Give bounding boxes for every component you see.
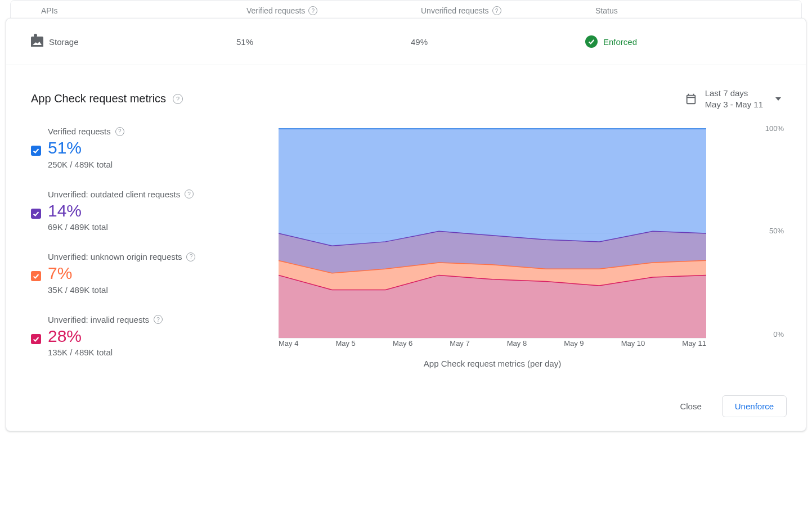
row-verified-pct: 51% xyxy=(236,37,411,47)
section-title: App Check request metrics ? xyxy=(31,92,183,105)
x-tick: May 5 xyxy=(335,339,355,348)
metric-checkbox[interactable] xyxy=(31,209,41,219)
date-range-picker[interactable]: Last 7 days May 3 - May 11 xyxy=(685,88,781,110)
header-status: Status xyxy=(595,6,782,15)
chart-area: 100% 50% 0% May 4May 5May 6May 7May 8May… xyxy=(279,127,781,377)
metric-pct: 14% xyxy=(48,200,256,222)
metric-sub: 69K / 489K total xyxy=(48,222,256,232)
x-tick: May 6 xyxy=(393,339,412,348)
y-tick: 50% xyxy=(769,227,784,235)
metric-checkbox[interactable] xyxy=(31,146,41,156)
x-tick: May 9 xyxy=(564,339,584,348)
metric-item: Unverified: unknown origin requests?7%35… xyxy=(31,252,256,295)
x-axis-labels: May 4May 5May 6May 7May 8May 9May 10May … xyxy=(279,339,706,348)
status-badge: Enforced xyxy=(585,35,787,48)
check-circle-icon xyxy=(585,35,598,48)
card-footer: Close Unenforce xyxy=(6,389,806,431)
metric-pct: 51% xyxy=(48,137,256,159)
chevron-down-icon xyxy=(775,97,781,101)
help-icon[interactable]: ? xyxy=(154,315,163,324)
y-tick: 0% xyxy=(773,330,784,339)
unenforce-button[interactable]: Unenforce xyxy=(722,395,787,417)
metric-sub: 250K / 489K total xyxy=(48,160,256,169)
metric-item: Unverified: invalid requests?28%135K / 4… xyxy=(31,315,256,358)
table-row[interactable]: Storage 51% 49% Enforced xyxy=(6,19,806,65)
metric-label: Verified requests? xyxy=(48,127,256,136)
metric-checkbox[interactable] xyxy=(31,334,41,344)
close-button[interactable]: Close xyxy=(673,396,708,417)
metric-label: Unverified: outdated client requests? xyxy=(48,189,256,199)
metric-item: Unverified: outdated client requests?14%… xyxy=(31,189,256,232)
header-apis: APIs xyxy=(41,6,246,15)
date-range-value: May 3 - May 11 xyxy=(705,99,763,110)
row-unverified-pct: 49% xyxy=(411,37,585,47)
metric-label: Unverified: unknown origin requests? xyxy=(48,252,256,261)
metric-sub: 35K / 489K total xyxy=(48,285,256,295)
help-icon[interactable]: ? xyxy=(186,252,195,261)
metric-checkbox[interactable] xyxy=(31,271,41,281)
metric-sub: 135K / 489K total xyxy=(48,348,256,357)
metric-pct: 28% xyxy=(48,326,256,347)
header-verified: Verified requests ? xyxy=(246,6,421,15)
metrics-card: Storage 51% 49% Enforced App Check reque… xyxy=(6,18,806,431)
help-icon[interactable]: ? xyxy=(115,127,124,136)
metric-label: Unverified: invalid requests? xyxy=(48,315,256,324)
help-icon[interactable]: ? xyxy=(492,6,501,15)
storage-icon xyxy=(31,37,43,47)
chart-caption: App Check request metrics (per day) xyxy=(279,359,706,368)
x-tick: May 4 xyxy=(279,339,298,348)
x-tick: May 11 xyxy=(682,339,706,348)
calendar-icon xyxy=(685,93,697,105)
x-tick: May 7 xyxy=(450,339,469,348)
stacked-area-chart[interactable] xyxy=(279,127,706,340)
header-unverified: Unverified requests ? xyxy=(421,6,595,15)
metric-pct: 7% xyxy=(48,263,256,284)
metrics-legend: Verified requests?51%250K / 489K totalUn… xyxy=(31,127,256,377)
metric-item: Verified requests?51%250K / 489K total xyxy=(31,127,256,169)
x-tick: May 8 xyxy=(507,339,527,348)
help-icon[interactable]: ? xyxy=(185,189,194,198)
help-icon[interactable]: ? xyxy=(173,94,183,104)
api-name: Storage xyxy=(49,37,79,47)
x-tick: May 10 xyxy=(621,339,645,348)
y-tick: 100% xyxy=(765,124,784,133)
help-icon[interactable]: ? xyxy=(308,6,317,15)
date-range-label: Last 7 days xyxy=(705,88,763,99)
